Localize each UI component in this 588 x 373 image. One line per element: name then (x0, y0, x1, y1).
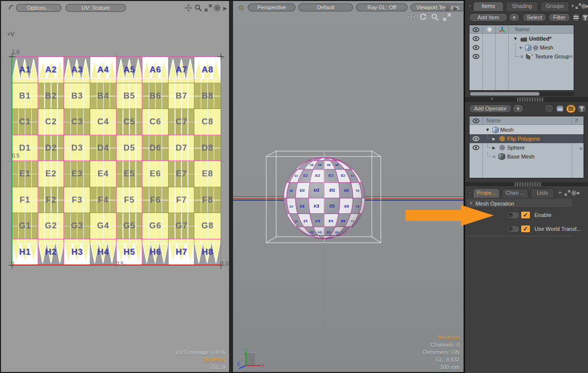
panel-splitter[interactable] (465, 182, 588, 186)
tab-properties[interactable]: Prope... (473, 188, 500, 198)
uv-cell[interactable]: H2 (38, 239, 64, 266)
uv-cell[interactable]: E5 (117, 161, 143, 187)
uv-cell[interactable]: D6 (142, 135, 169, 161)
add-item-button[interactable]: Add Item (469, 13, 508, 22)
uv-cell[interactable]: E4 (90, 161, 117, 187)
panel-corner-widget[interactable] (9, 5, 13, 9)
add-operator-button[interactable]: Add Operator (469, 105, 512, 113)
item-row-texture-group[interactable]: Texture Group (470, 52, 574, 61)
uv-cell[interactable]: H7 (169, 239, 195, 266)
uv-cell[interactable]: E2 (38, 161, 64, 187)
uv-cell[interactable]: D3 (64, 135, 90, 161)
tab-groups[interactable]: Groups (540, 1, 569, 11)
uv-cell[interactable]: A6 (142, 57, 169, 83)
channel-toggle[interactable] (507, 225, 520, 233)
uv-cell[interactable]: F1 (12, 187, 38, 213)
maximize-icon[interactable] (442, 13, 451, 21)
uv-cell[interactable]: D2 (38, 135, 64, 161)
panel-splitter[interactable]: ▲ (465, 97, 588, 102)
uv-cell[interactable]: B4 (90, 83, 117, 109)
view-list-icon[interactable] (566, 105, 576, 113)
enable-checkbox[interactable]: ✓ (521, 211, 530, 219)
gear-icon[interactable] (213, 4, 221, 12)
uv-cell[interactable]: D8 (194, 135, 221, 161)
panel-menu-arrow-icon[interactable]: ▶ (577, 189, 581, 196)
uv-texture-button[interactable]: UV: Texture (65, 4, 126, 12)
uv-cell[interactable]: C6 (142, 109, 169, 135)
uv-cell[interactable]: H1 (12, 239, 38, 266)
select-button[interactable]: Select (523, 13, 546, 22)
panel-corner-widget[interactable] (468, 191, 472, 195)
uv-cell[interactable]: B7 (169, 83, 195, 109)
zoom-icon[interactable] (430, 13, 439, 21)
tab-channels[interactable]: Chan ... (502, 188, 529, 198)
panel-divider[interactable] (229, 1, 233, 372)
add-item-dropdown[interactable]: ▾ (509, 13, 520, 22)
filter-funnel-icon[interactable] (581, 13, 588, 22)
uv-cell[interactable]: H8 (194, 239, 221, 266)
uv-cell[interactable]: B8 (194, 83, 221, 109)
uv-cell[interactable]: G3 (64, 213, 90, 239)
uv-cell[interactable]: C1 (12, 109, 38, 135)
view-compact-icon[interactable] (544, 105, 554, 113)
panel-menu-arrow-icon[interactable]: ▶ (222, 4, 228, 12)
uv-cell[interactable]: B3 (64, 83, 90, 109)
uv-cell[interactable]: A5 (117, 57, 143, 83)
rotate-icon[interactable] (418, 13, 427, 21)
viewport-corner-widget[interactable] (239, 5, 243, 10)
uv-cell[interactable]: G8 (194, 213, 221, 239)
perspective-viewport[interactable]: B3B4B5B6C2C3C4C5C6C7D2D3D4D5D6D7E2E3E4E5… (233, 1, 464, 372)
tab-items[interactable]: Items (473, 1, 504, 11)
uv-cell[interactable]: C4 (90, 109, 117, 135)
uv-cell[interactable]: C5 (117, 109, 143, 135)
uv-cell[interactable]: E6 (142, 161, 169, 187)
panel-corner-widget[interactable] (468, 4, 472, 8)
uv-cell[interactable]: A7 (169, 57, 195, 83)
uv-cell[interactable]: H4 (90, 239, 117, 266)
collapse-arrow-icon[interactable]: ▲ (490, 96, 494, 101)
panel-menu-arrow-icon[interactable]: ▶ (586, 2, 588, 9)
uv-cell[interactable]: B5 (117, 83, 143, 109)
operator-row-flip-polygons[interactable]: ▶ Flip Polygons (470, 134, 584, 143)
gear-icon[interactable] (571, 189, 577, 196)
uv-cell[interactable]: D7 (169, 135, 195, 161)
add-tab-button[interactable]: + (558, 189, 562, 196)
uv-cell[interactable]: F2 (38, 187, 64, 213)
gear-icon[interactable] (444, 4, 452, 12)
operator-row-mesh[interactable]: ▼ Mesh (470, 125, 584, 134)
uv-cell[interactable]: D4 (90, 135, 117, 161)
operator-list[interactable]: Name # ▼ Mesh ▶ Flip Polygons (469, 116, 584, 178)
uv-cell[interactable]: A4 (90, 57, 117, 83)
pan-icon[interactable] (184, 4, 192, 12)
projection-button[interactable]: Perspective (248, 3, 295, 11)
uv-cell[interactable]: E8 (194, 161, 221, 187)
tab-shading[interactable]: Shading (506, 1, 538, 11)
scroll-thumb[interactable] (570, 55, 573, 58)
uv-cell[interactable]: B2 (38, 83, 64, 109)
uv-cell[interactable]: C8 (194, 109, 221, 135)
uv-cell[interactable]: E1 (12, 161, 38, 187)
maximize-icon[interactable] (204, 4, 212, 12)
shading-style-button[interactable]: Default (298, 3, 353, 11)
uv-cell[interactable]: G6 (142, 213, 169, 239)
uv-cell[interactable]: G1 (12, 213, 38, 239)
expander-icon[interactable]: ▼ (485, 127, 490, 132)
item-row-mesh[interactable]: + Mesh (470, 43, 574, 52)
uv-cell[interactable]: A2 (38, 57, 64, 83)
uv-cell[interactable]: F8 (194, 187, 221, 213)
zoom-icon[interactable] (194, 4, 202, 12)
uv-cell[interactable]: A8 (194, 57, 221, 83)
uv-cell[interactable]: F6 (142, 187, 169, 213)
plus-expander[interactable]: + (519, 45, 522, 51)
options-button[interactable]: Options... (16, 4, 61, 12)
uv-cell[interactable]: H3 (64, 239, 90, 266)
tab-overflow-icon[interactable]: ▾ (570, 2, 575, 9)
uv-cell[interactable]: E3 (64, 161, 90, 187)
uv-cell[interactable]: G7 (169, 213, 195, 239)
uv-cell[interactable]: F3 (64, 187, 90, 213)
pan-icon[interactable] (407, 13, 415, 21)
use-world-transform-checkbox[interactable]: ✓ (521, 225, 530, 233)
sphere-mesh[interactable]: B3B4B5B6C2C3C4C5C6C7D2D3D4D5D6D7E2E3E4E5… (233, 1, 464, 372)
uv-cell[interactable]: C7 (169, 109, 195, 135)
filter-funnel-icon[interactable] (577, 105, 587, 113)
